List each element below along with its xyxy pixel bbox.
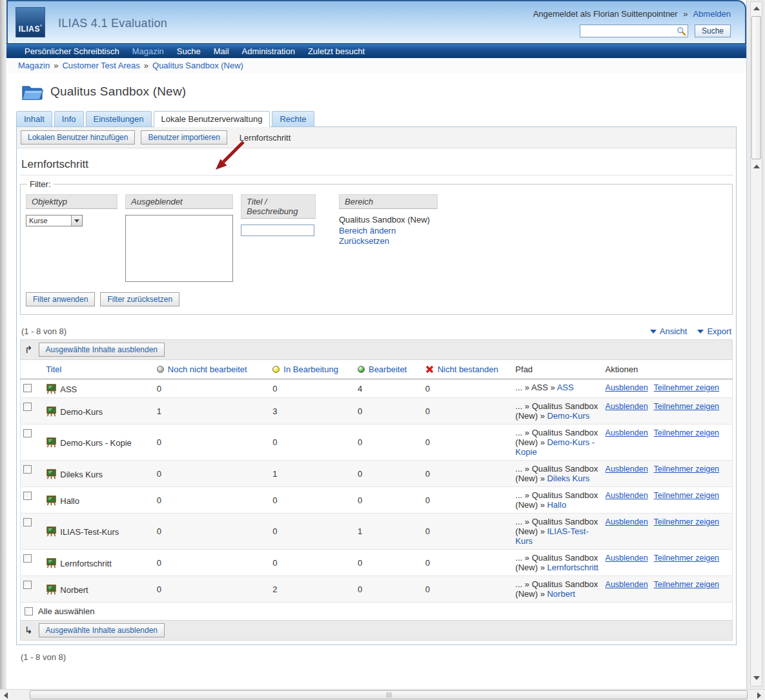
column-status-3: Nicht bestanden (423, 360, 513, 379)
logout-link[interactable]: Abmelden (693, 9, 731, 19)
breadcrumb-link-0[interactable]: Magazin (18, 61, 50, 70)
status-count: 3 (270, 398, 355, 425)
bulk-hide-button-bottom[interactable]: Ausgewählte Inhalte ausblenden (39, 623, 165, 637)
row-checkbox[interactable] (23, 465, 32, 474)
filter-header-bereich: Bereich (339, 194, 438, 209)
teilnehmer-zeigen-link[interactable]: Teilnehmer zeigen (654, 465, 719, 474)
table-row: Hallo0000... » Qualitus Sandbox (New) » … (21, 487, 733, 514)
column-titel: Titel (43, 360, 154, 379)
breadcrumb-separator: » (144, 61, 148, 70)
ausblenden-link[interactable]: Ausblenden (606, 554, 648, 563)
ausblenden-link[interactable]: Ausblenden (606, 383, 648, 392)
ausblenden-link[interactable]: Ausblenden (606, 491, 648, 500)
scroll-up-arrow[interactable] (753, 6, 760, 10)
add-local-user-button[interactable]: Lokalen Benutzer hinzufügen (21, 130, 135, 145)
teilnehmer-zeigen-link[interactable]: Teilnehmer zeigen (654, 517, 719, 526)
ausgeblendet-listbox[interactable] (125, 215, 233, 282)
teilnehmer-zeigen-link[interactable]: Teilnehmer zeigen (654, 402, 719, 411)
row-checkbox[interactable] (23, 518, 32, 526)
import-users-button[interactable]: Benutzer importieren (141, 130, 227, 145)
tab-0[interactable]: Inhalt (16, 111, 52, 126)
bereich-reset-link[interactable]: Zurücksetzen (339, 236, 468, 246)
chevron-down-icon (697, 330, 704, 334)
teilnehmer-zeigen-link[interactable]: Teilnehmer zeigen (654, 554, 719, 563)
nav-item-1[interactable]: Magazin (126, 46, 170, 56)
select-all-checkbox[interactable] (25, 607, 33, 615)
row-checkbox[interactable] (23, 554, 32, 563)
status-legend-link-3[interactable]: Nicht bestanden (438, 365, 498, 374)
status-legend-link-0[interactable]: Noch nicht bearbeitet (168, 365, 247, 374)
nav-item-3[interactable]: Mail (207, 46, 236, 56)
search-button[interactable]: Suche (695, 25, 731, 37)
row-checkbox[interactable] (23, 403, 32, 411)
status-count: 0 (423, 425, 513, 461)
ausblenden-link[interactable]: Ausblenden (606, 428, 648, 437)
status-count: 0 (423, 461, 513, 487)
teilnehmer-zeigen-link[interactable]: Teilnehmer zeigen (654, 491, 719, 500)
apply-up-arrow-icon: ↱ (25, 346, 33, 354)
nav-item-0[interactable]: Persönlicher Schreibtisch (18, 46, 126, 56)
nav-item-2[interactable]: Suche (170, 46, 207, 56)
status-legend-link-1[interactable]: In Bearbeitung (283, 365, 338, 374)
vertical-scrollbar[interactable] (747, 0, 765, 689)
header-checkbox-cell (21, 360, 44, 379)
search-input[interactable] (580, 25, 688, 37)
row-checkbox[interactable] (23, 429, 32, 437)
row-checkbox[interactable] (23, 384, 32, 392)
tab-4[interactable]: Rechte (272, 111, 314, 126)
bulk-hide-button-top[interactable]: Ausgewählte Inhalte ausblenden (39, 343, 165, 357)
path-link[interactable]: Lernfortschritt (547, 563, 598, 572)
objekttyp-select[interactable]: Kurse (26, 215, 83, 226)
table-row: ASS0040... » ASS » ASSAusblendenTeilnehm… (21, 379, 733, 398)
path-link[interactable]: ASS (557, 383, 574, 392)
tab-3[interactable]: Lokale Benutzerverwaltung (154, 111, 270, 127)
app-header: ILIAS° ILIAS 4.1 Evaluation Angemeldet a… (6, 0, 746, 43)
export-menu[interactable]: Export (697, 326, 731, 336)
column-status-2: Bearbeitet (355, 360, 423, 379)
titel-filter-input[interactable] (241, 225, 314, 236)
breadcrumb-link-2[interactable]: Qualitus Sandbox (New) (152, 61, 243, 70)
vertical-scrollbar-track[interactable] (750, 1, 762, 686)
nav-item-4[interactable]: Administration (236, 46, 301, 56)
ansicht-menu[interactable]: Ansicht (650, 326, 688, 336)
path-link[interactable]: Dileks Kurs (547, 474, 589, 483)
filter-reset-button[interactable]: Filter zurücksetzen (100, 292, 179, 306)
tab-2[interactable]: Einstellungen (86, 111, 152, 126)
scroll-right-arrow[interactable] (757, 692, 761, 699)
select-dropdown-button[interactable] (71, 215, 82, 226)
course-icon (46, 437, 57, 448)
scroll-down-arrow[interactable] (753, 676, 760, 680)
ausblenden-link[interactable]: Ausblenden (606, 517, 648, 526)
main-nav: Persönlicher SchreibtischMagazinSucheMai… (6, 43, 746, 58)
status-count: 0 (154, 379, 270, 398)
ausblenden-link[interactable]: Ausblenden (606, 465, 648, 474)
table-row: Dileks Kurs0100... » Qualitus Sandbox (N… (21, 461, 733, 487)
teilnehmer-zeigen-link[interactable]: Teilnehmer zeigen (654, 383, 719, 392)
sort-titel-link[interactable]: Titel (46, 365, 61, 374)
nav-item-5[interactable]: Zuletzt besucht (301, 46, 371, 56)
row-checkbox[interactable] (23, 581, 32, 589)
scroll-up-arrow-secondary[interactable] (753, 165, 760, 168)
ausblenden-link[interactable]: Ausblenden (606, 580, 648, 589)
path-link[interactable]: Hallo (547, 500, 566, 510)
filter-apply-button[interactable]: Filter anwenden (26, 292, 95, 306)
tab-1[interactable]: Info (54, 111, 84, 126)
status-legend-link-2[interactable]: Bearbeitet (369, 365, 407, 374)
chevron-down-icon (74, 219, 79, 223)
vertical-scrollbar-thumb[interactable] (751, 16, 761, 159)
path-link[interactable]: Demo-Kurs (547, 411, 589, 421)
select-all-label: Alle auswählen (38, 606, 94, 616)
filter-panel: Filter: Objekttyp Kurse Ausgeblendet Tit… (20, 179, 733, 315)
scroll-left-arrow[interactable] (4, 692, 8, 699)
horizontal-scrollbar-thumb[interactable] (30, 690, 748, 699)
breadcrumb-link-1[interactable]: Customer Test Areas (62, 61, 139, 70)
teilnehmer-zeigen-link[interactable]: Teilnehmer zeigen (654, 428, 719, 437)
ausblenden-link[interactable]: Ausblenden (606, 402, 648, 411)
horizontal-scrollbar[interactable] (0, 689, 765, 700)
status-orb-icon (272, 366, 280, 373)
bereich-change-link[interactable]: Bereich ändern (339, 226, 468, 235)
path-link[interactable]: Norbert (547, 589, 575, 599)
filter-header-ausgeblendet: Ausgeblendet (125, 194, 233, 209)
teilnehmer-zeigen-link[interactable]: Teilnehmer zeigen (654, 580, 719, 589)
row-checkbox[interactable] (23, 492, 32, 500)
